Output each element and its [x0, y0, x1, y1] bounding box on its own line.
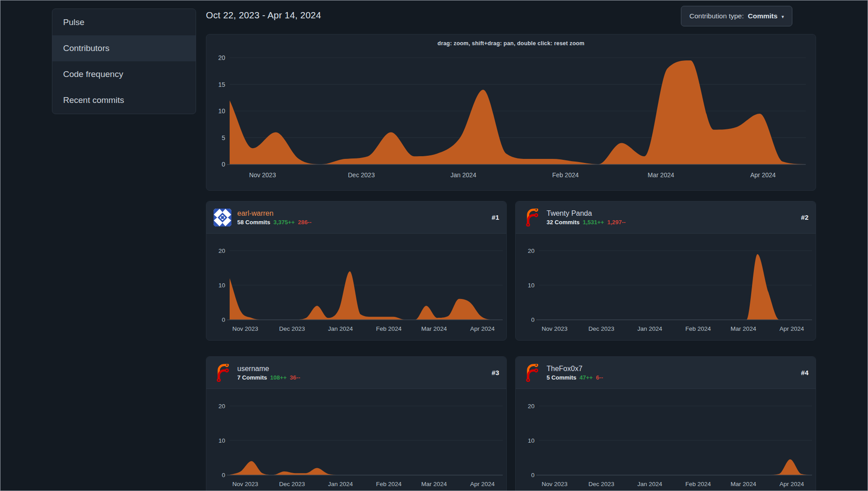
svg-text:20: 20 — [528, 248, 534, 254]
forgejo-logo-avatar — [523, 364, 541, 382]
svg-text:10: 10 — [218, 437, 225, 444]
identicon-avatar — [214, 209, 231, 226]
svg-text:Nov 2023: Nov 2023 — [232, 481, 258, 487]
svg-text:Jan 2024: Jan 2024 — [328, 481, 353, 487]
svg-text:Mar 2024: Mar 2024 — [421, 481, 447, 487]
contributor-name: TheFox0x7 — [547, 364, 603, 373]
date-range-title: Oct 22, 2023 - Apr 14, 2024 — [206, 10, 321, 21]
contributor-chart[interactable]: 01020Nov 2023Dec 2023Jan 2024Feb 2024Mar… — [516, 234, 816, 340]
activity-sidebar: Pulse Contributors Code frequency Recent… — [52, 9, 196, 114]
svg-text:Mar 2024: Mar 2024 — [648, 171, 674, 179]
svg-text:Nov 2023: Nov 2023 — [249, 171, 276, 179]
svg-text:Apr 2024: Apr 2024 — [470, 325, 495, 332]
svg-text:Mar 2024: Mar 2024 — [731, 325, 757, 332]
svg-text:Apr 2024: Apr 2024 — [750, 171, 776, 179]
contributor-name: username — [237, 364, 300, 373]
svg-text:20: 20 — [218, 403, 225, 410]
svg-text:20: 20 — [218, 54, 225, 61]
sidebar-item-code-frequency[interactable]: Code frequency — [52, 61, 196, 87]
main-chart-panel: drag: zoom, shift+drag: pan, double clic… — [206, 34, 816, 191]
contributor-chart[interactable]: 01020Nov 2023Dec 2023Jan 2024Feb 2024Mar… — [516, 389, 816, 491]
svg-text:Mar 2024: Mar 2024 — [421, 325, 447, 332]
sidebar-item-pulse[interactable]: Pulse — [52, 9, 196, 35]
svg-text:Jan 2024: Jan 2024 — [328, 325, 353, 332]
svg-text:Nov 2023: Nov 2023 — [542, 481, 568, 487]
sidebar-item-contributors[interactable]: Contributors — [52, 35, 196, 61]
svg-text:Jan 2024: Jan 2024 — [450, 171, 476, 179]
contributor-commits: 7 Commits — [237, 374, 267, 381]
contributor-card: TheFox0x7 5 Commits 47++ 6-- #4 01020Nov… — [515, 356, 816, 491]
contributors-page: Pulse Contributors Code frequency Recent… — [0, 0, 868, 491]
svg-text:Apr 2024: Apr 2024 — [779, 481, 804, 487]
svg-text:Feb 2024: Feb 2024 — [376, 481, 402, 487]
additions-count: 3,375++ — [274, 219, 295, 226]
contributor-card: earl-warren 58 Commits 3,375++ 286-- #1 … — [206, 201, 507, 341]
contributor-card: Twenty Panda 32 Commits 1,531++ 1,297-- … — [515, 201, 816, 341]
svg-text:0: 0 — [531, 472, 534, 478]
rank-badge: #1 — [492, 213, 499, 221]
additions-count: 47++ — [579, 374, 593, 381]
contribution-type-button[interactable]: Contribution type: Commits ▾ — [681, 6, 792, 26]
svg-text:10: 10 — [218, 107, 225, 115]
svg-text:5: 5 — [222, 134, 225, 141]
contributor-name: Twenty Panda — [547, 209, 626, 218]
contributor-chart[interactable]: 01020Nov 2023Dec 2023Jan 2024Feb 2024Mar… — [206, 234, 506, 340]
svg-text:Apr 2024: Apr 2024 — [470, 481, 495, 487]
svg-text:20: 20 — [218, 248, 225, 254]
contributions-chart[interactable]: 05101520Nov 2023Dec 2023Jan 2024Feb 2024… — [206, 34, 816, 190]
rank-badge: #4 — [801, 369, 808, 376]
svg-text:0: 0 — [531, 316, 534, 323]
contributor-commits: 32 Commits — [547, 219, 580, 226]
svg-text:Jan 2024: Jan 2024 — [637, 325, 663, 332]
contributor-card-header: earl-warren 58 Commits 3,375++ 286-- #1 — [206, 201, 506, 234]
svg-text:Dec 2023: Dec 2023 — [279, 325, 305, 332]
svg-text:0: 0 — [222, 316, 225, 323]
rank-badge: #2 — [801, 213, 808, 221]
contributor-card-header: username 7 Commits 108++ 36-- #3 — [206, 357, 506, 389]
forgejo-logo-avatar — [523, 209, 541, 226]
deletions-count: 286-- — [298, 219, 311, 226]
deletions-count: 36-- — [290, 374, 300, 381]
rank-badge: #3 — [492, 369, 499, 376]
svg-text:20: 20 — [528, 403, 534, 410]
additions-count: 108++ — [270, 374, 286, 381]
svg-text:10: 10 — [528, 282, 534, 289]
dropdown-caret-icon: ▾ — [782, 14, 784, 20]
svg-text:Dec 2023: Dec 2023 — [348, 171, 375, 179]
contribution-type-label: Contribution type: — [689, 12, 744, 20]
svg-text:15: 15 — [218, 81, 225, 88]
contributor-card: username 7 Commits 108++ 36-- #3 01020No… — [206, 356, 507, 491]
deletions-count: 1,297-- — [607, 219, 625, 226]
svg-text:Dec 2023: Dec 2023 — [589, 325, 615, 332]
svg-text:Mar 2024: Mar 2024 — [731, 481, 757, 487]
contributor-commits: 58 Commits — [237, 219, 270, 226]
forgejo-logo-avatar — [214, 364, 231, 382]
svg-text:0: 0 — [222, 472, 225, 478]
deletions-count: 6-- — [596, 374, 603, 381]
svg-text:Feb 2024: Feb 2024 — [552, 171, 579, 179]
svg-text:Feb 2024: Feb 2024 — [685, 325, 711, 332]
svg-text:Nov 2023: Nov 2023 — [542, 325, 568, 332]
svg-text:Nov 2023: Nov 2023 — [232, 325, 258, 332]
contributor-card-header: TheFox0x7 5 Commits 47++ 6-- #4 — [516, 357, 816, 389]
svg-text:0: 0 — [222, 161, 225, 168]
svg-text:Dec 2023: Dec 2023 — [279, 481, 305, 487]
contributor-card-header: Twenty Panda 32 Commits 1,531++ 1,297-- … — [516, 201, 816, 234]
svg-text:Dec 2023: Dec 2023 — [589, 481, 615, 487]
svg-text:Feb 2024: Feb 2024 — [685, 481, 711, 487]
svg-text:Feb 2024: Feb 2024 — [376, 325, 402, 332]
svg-text:Jan 2024: Jan 2024 — [637, 481, 663, 487]
additions-count: 1,531++ — [583, 219, 604, 226]
contributor-commits: 5 Commits — [547, 374, 576, 381]
sidebar-item-recent-commits[interactable]: Recent commits — [52, 87, 196, 113]
contributor-chart[interactable]: 01020Nov 2023Dec 2023Jan 2024Feb 2024Mar… — [206, 389, 506, 491]
svg-text:10: 10 — [218, 282, 225, 289]
svg-text:10: 10 — [528, 437, 534, 444]
svg-text:Apr 2024: Apr 2024 — [779, 325, 804, 332]
contributor-name[interactable]: earl-warren — [237, 209, 312, 218]
contribution-type-value: Commits — [748, 12, 778, 20]
